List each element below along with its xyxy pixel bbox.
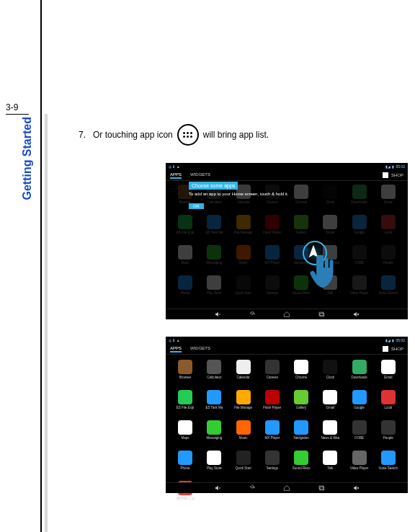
app-item[interactable]: Music — [230, 245, 257, 274]
volume-up-icon[interactable] — [352, 311, 360, 318]
app-item[interactable]: Play Store — [200, 275, 228, 304]
app-item[interactable]: Clock — [316, 185, 344, 213]
shop-button[interactable]: SHOP — [383, 172, 403, 178]
app-label: Calendar — [236, 376, 249, 379]
app-item[interactable]: Video Player — [346, 275, 373, 304]
tab-apps[interactable]: APPS — [170, 172, 182, 179]
app-item[interactable]: File Manage — [230, 390, 257, 419]
app-item[interactable]: Quick Start — [230, 451, 257, 479]
app-item[interactable]: Settings — [259, 451, 286, 479]
app-item[interactable]: Local — [375, 215, 402, 244]
app-icon — [352, 360, 367, 374]
clock-text: 05:02 — [396, 164, 405, 169]
app-icon — [236, 215, 251, 229]
app-item[interactable]: Play Store — [200, 451, 228, 479]
tab-widgets[interactable]: WIDGETS — [190, 346, 210, 353]
app-icon — [236, 420, 251, 435]
app-item[interactable]: Calendar — [230, 360, 257, 389]
status-right: ▮◢ ▮ 05:02 — [385, 338, 405, 342]
app-item[interactable]: Video Player — [346, 451, 373, 479]
app-item[interactable]: Downloads — [346, 360, 373, 389]
app-item[interactable]: Messaging — [200, 420, 228, 449]
back-icon[interactable] — [248, 484, 256, 492]
app-label: Quick Start — [235, 466, 251, 470]
app-item[interactable]: Chrome — [287, 360, 315, 389]
app-icon — [236, 360, 251, 374]
app-item[interactable]: ES File Expl — [171, 390, 199, 419]
app-item[interactable]: Voice Search — [375, 451, 402, 479]
app-item[interactable]: People — [375, 245, 402, 274]
tab-apps[interactable]: APPS — [170, 346, 182, 353]
app-label: Phone — [181, 466, 190, 470]
app-item[interactable]: Browser — [171, 360, 199, 389]
recents-icon[interactable] — [317, 484, 326, 492]
app-item[interactable]: Voice Search — [375, 275, 402, 304]
app-item[interactable]: File Manage — [230, 215, 257, 244]
shop-button[interactable]: SHOP — [383, 346, 403, 352]
app-icon — [381, 245, 396, 260]
app-icon — [294, 360, 308, 374]
volume-down-icon[interactable] — [213, 311, 222, 318]
app-item[interactable]: Maps — [171, 245, 199, 274]
app-item[interactable]: OOBE — [346, 245, 373, 274]
wifi-icon: ▮◢ — [385, 164, 391, 169]
apps-icon — [177, 124, 199, 146]
screenshot-app-list-tooltip: ◎ ⬇ ▲ ▮◢ ▮ 05:02 APPS WIDGETS SHOP Brows… — [166, 163, 408, 319]
app-item[interactable]: ES Task Ma — [200, 390, 228, 419]
home-icon[interactable] — [282, 311, 291, 318]
app-item[interactable]: Phone — [171, 275, 199, 304]
app-item[interactable]: Messaging — [200, 245, 228, 274]
app-item[interactable]: Local — [375, 390, 402, 419]
app-item[interactable]: Settings — [259, 275, 286, 304]
app-item[interactable]: Quick Start — [230, 275, 257, 304]
app-item[interactable]: Gallery — [287, 390, 315, 419]
app-item[interactable]: Google — [346, 215, 373, 244]
app-item[interactable]: Gmail — [316, 215, 344, 244]
app-item[interactable]: Google — [346, 390, 373, 419]
recents-icon[interactable] — [317, 311, 326, 318]
app-label: People — [383, 261, 393, 265]
app-item[interactable]: Chrome — [287, 185, 315, 213]
app-item[interactable]: Email — [375, 360, 402, 389]
app-item[interactable]: Camera — [259, 360, 286, 389]
app-item[interactable]: Flash Player — [259, 390, 286, 419]
app-label: Calendar — [236, 200, 249, 204]
app-item[interactable]: Sound Reco — [287, 451, 315, 479]
app-item[interactable]: Music — [230, 420, 257, 449]
app-item[interactable]: Talk — [316, 451, 344, 479]
app-item[interactable]: MX Player — [259, 420, 286, 449]
app-item[interactable]: Email — [375, 185, 402, 213]
vertical-separator — [40, 0, 42, 532]
app-item[interactable]: Phone — [171, 451, 199, 479]
app-icon — [323, 185, 337, 199]
app-item[interactable]: ES Task Ma — [200, 215, 228, 244]
back-icon[interactable] — [248, 311, 256, 318]
app-item[interactable]: Downloads — [346, 185, 373, 213]
app-icon — [352, 245, 367, 260]
volume-up-icon[interactable] — [352, 484, 360, 492]
app-item[interactable]: Maps — [171, 420, 199, 449]
shop-label: SHOP — [391, 347, 403, 351]
app-item[interactable]: Gmail — [316, 390, 344, 419]
app-item[interactable]: Camera — [259, 185, 286, 213]
app-item[interactable]: News & Wea — [316, 420, 344, 449]
home-icon[interactable] — [282, 484, 291, 492]
app-label: Voice Search — [379, 291, 398, 295]
app-icon — [207, 451, 221, 465]
app-item[interactable]: Calculator — [200, 360, 228, 389]
app-item[interactable]: Gallery — [287, 215, 315, 244]
app-icon — [323, 215, 337, 229]
app-item[interactable]: Clock — [316, 360, 344, 389]
app-item[interactable]: MX Player — [259, 245, 286, 274]
ok-button[interactable]: OK — [189, 203, 204, 209]
app-item[interactable]: OOBE — [346, 420, 373, 449]
app-item[interactable]: People — [375, 420, 402, 449]
tab-widgets[interactable]: WIDGETS — [190, 172, 210, 179]
volume-down-icon[interactable] — [213, 484, 222, 492]
status-bar: ◎ ⬇ ▲ ▮◢ ▮ 05:02 — [166, 337, 408, 344]
app-icon — [265, 390, 280, 404]
app-item[interactable]: ES File Expl — [171, 215, 199, 244]
app-label: Flash Player — [263, 231, 281, 234]
app-item[interactable]: Flash Player — [259, 215, 286, 244]
app-item[interactable]: Navigation — [287, 420, 315, 449]
